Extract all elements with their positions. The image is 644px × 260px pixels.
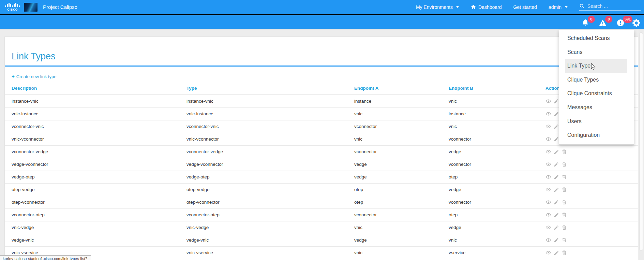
- edit-pencil-icon[interactable]: [554, 187, 559, 192]
- view-icon[interactable]: [545, 199, 551, 205]
- menu-item-scheduled-scans[interactable]: Scheduled Scans: [559, 31, 634, 45]
- edit-pencil-icon[interactable]: [554, 136, 559, 142]
- app-title: Project Calipso: [43, 4, 77, 10]
- edit-pencil-icon[interactable]: [554, 162, 559, 167]
- table-cell: vnic-instance: [5, 107, 186, 120]
- table-cell: vnic-vedge: [5, 221, 186, 234]
- menu-item-users[interactable]: Users: [559, 115, 634, 129]
- view-icon[interactable]: [545, 111, 551, 117]
- nav-dashboard[interactable]: Dashboard: [470, 4, 502, 10]
- table-cell: vnic-instance: [186, 107, 354, 120]
- view-icon[interactable]: [545, 149, 551, 155]
- table-cell: otep: [449, 208, 545, 221]
- table-cell: vconnector-vedge: [5, 145, 186, 158]
- table-cell: vedge: [354, 158, 449, 171]
- menu-item-messages[interactable]: Messages: [559, 101, 634, 115]
- view-icon[interactable]: [545, 124, 551, 129]
- table-cell: otep: [449, 171, 545, 183]
- delete-trash-icon[interactable]: [561, 199, 567, 205]
- scrollbar-thumb[interactable]: [639, 32, 643, 251]
- view-icon[interactable]: [545, 187, 551, 192]
- settings-gear-button[interactable]: [632, 18, 641, 27]
- table-cell-actions: [545, 221, 639, 234]
- table-cell: instance: [449, 107, 545, 120]
- delete-trash-icon[interactable]: [561, 212, 567, 218]
- edit-pencil-icon[interactable]: [554, 212, 559, 218]
- table-cell: vnic: [449, 234, 545, 246]
- table-row: otep-vconnectorotep-vconnectorotepvconne…: [5, 196, 639, 208]
- table-cell: vedge-vconnector: [5, 158, 186, 171]
- menu-item-clique-types[interactable]: Clique Types: [559, 73, 634, 87]
- table-cell-actions: [545, 196, 639, 208]
- menu-item-scans[interactable]: Scans: [559, 45, 634, 59]
- view-icon[interactable]: [545, 136, 551, 142]
- edit-pencil-icon[interactable]: [554, 124, 559, 129]
- table-row: vconnector-vedgevconnector-vedgevconnect…: [5, 145, 639, 158]
- delete-trash-icon[interactable]: [561, 225, 567, 230]
- errors-button[interactable]: 591: [616, 18, 625, 27]
- nav-get-started[interactable]: Get started: [513, 4, 537, 10]
- cisco-wordmark: cisco: [7, 7, 18, 11]
- top-navbar: cisco Project Calipso My Environments Da…: [0, 0, 644, 15]
- view-icon[interactable]: [545, 174, 551, 180]
- view-icon[interactable]: [545, 225, 551, 230]
- table-cell: vservice: [449, 246, 545, 259]
- table-cell: vnic: [354, 221, 449, 234]
- delete-trash-icon[interactable]: [561, 149, 567, 155]
- view-icon[interactable]: [545, 98, 551, 104]
- nav-user-admin[interactable]: admin: [549, 4, 568, 10]
- edit-pencil-icon[interactable]: [554, 237, 559, 243]
- table-cell: vnic: [354, 246, 449, 259]
- delete-trash-icon[interactable]: [561, 250, 567, 256]
- table-cell: vnic: [449, 120, 545, 133]
- table-cell: vnic: [449, 95, 545, 107]
- edit-pencil-icon[interactable]: [554, 111, 559, 117]
- nav-my-environments[interactable]: My Environments: [416, 4, 459, 10]
- chevron-down-icon: [565, 6, 568, 8]
- view-icon[interactable]: [545, 237, 551, 243]
- navbar-links: My Environments Dashboard Get started ad…: [416, 3, 641, 11]
- edit-pencil-icon[interactable]: [554, 250, 559, 256]
- table-cell-actions: [545, 208, 639, 221]
- table-cell: vnic-vservice: [186, 246, 354, 259]
- table-cell: vconnector-otep: [186, 208, 354, 221]
- table-cell-actions: [545, 183, 639, 196]
- table-cell: vedge-vnic: [186, 234, 354, 246]
- notifications-button[interactable]: 0: [581, 18, 590, 27]
- title-underline: [5, 66, 639, 67]
- col-header-endpoint-b: Endpoint B: [449, 83, 545, 95]
- menu-item-clique-constraints[interactable]: Clique Constraints: [559, 87, 634, 101]
- table-cell: vconnector: [354, 120, 449, 133]
- table-cell: vedge: [449, 221, 545, 234]
- search-input[interactable]: [587, 3, 635, 9]
- table-cell: vnic: [354, 107, 449, 120]
- table-cell: otep: [354, 196, 449, 208]
- delete-trash-icon[interactable]: [561, 174, 567, 180]
- table-cell: vconnector-vedge: [186, 145, 354, 158]
- table-cell: vedge: [449, 183, 545, 196]
- delete-trash-icon[interactable]: [561, 237, 567, 243]
- delete-trash-icon[interactable]: [561, 187, 567, 192]
- edit-pencil-icon[interactable]: [554, 174, 559, 180]
- warnings-button[interactable]: 0: [598, 18, 607, 27]
- table-cell: otep-vedge: [5, 183, 186, 196]
- edit-pencil-icon[interactable]: [554, 200, 559, 205]
- vertical-scrollbar[interactable]: [638, 30, 644, 260]
- home-icon: [470, 4, 476, 10]
- table-cell: instance-vnic: [186, 95, 354, 107]
- view-icon[interactable]: [545, 161, 551, 167]
- table-cell: vconnector-otep: [5, 208, 186, 221]
- table-cell: vedge: [354, 171, 449, 183]
- view-icon[interactable]: [545, 212, 551, 218]
- table-cell: vnic-vconnector: [5, 133, 186, 145]
- edit-pencil-icon[interactable]: [554, 225, 559, 230]
- table-cell: otep-vconnector: [186, 196, 354, 208]
- menu-item-configuration[interactable]: Configuration: [559, 128, 634, 142]
- edit-pencil-icon[interactable]: [554, 149, 559, 155]
- delete-trash-icon[interactable]: [561, 161, 567, 167]
- table-row: vnic-instancevnic-instancevnicinstance: [5, 107, 639, 120]
- view-icon[interactable]: [545, 250, 551, 256]
- create-new-link-type-button[interactable]: +Create new link type: [12, 73, 57, 79]
- edit-pencil-icon[interactable]: [554, 99, 559, 104]
- table-cell: instance-vnic: [5, 95, 186, 107]
